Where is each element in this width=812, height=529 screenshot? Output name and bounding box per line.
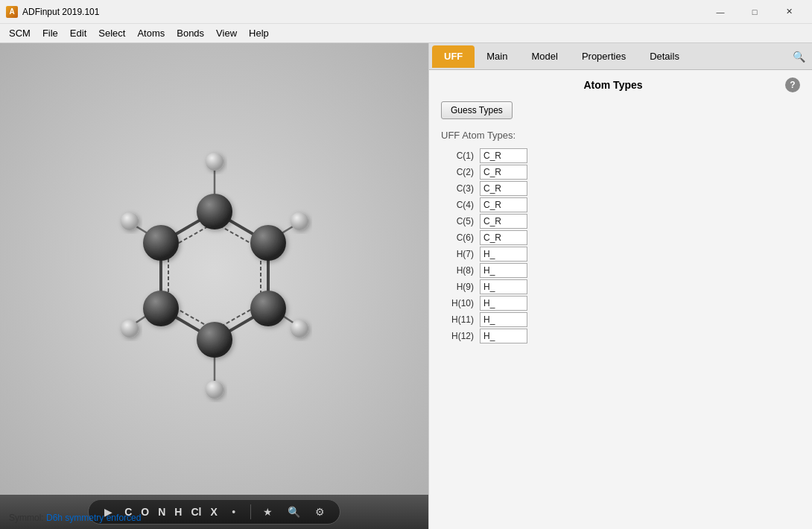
symmetry-value: D6h symmetry enforced [46, 513, 141, 523]
atom-type-row: C(3) [443, 181, 527, 196]
app-icon: A [6, 6, 18, 18]
title-bar: A ADFinput 2019.101 — □ ✕ [0, 0, 812, 24]
atom-type-row: H(8) [443, 263, 527, 278]
search-tool[interactable]: 🔍 [285, 504, 303, 519]
star-tool[interactable]: ★ [260, 504, 276, 519]
minimize-button[interactable]: — [703, 0, 738, 24]
svg-point-21 [197, 322, 232, 358]
svg-point-23 [143, 225, 179, 261]
atom-type-input[interactable] [480, 148, 527, 163]
svg-point-26 [291, 320, 308, 338]
svg-point-28 [121, 320, 139, 338]
menu-view[interactable]: View [210, 24, 243, 42]
atom-label: C(4) [443, 197, 478, 212]
atom-type-row: H(9) [443, 279, 527, 294]
atom-label: C(5) [443, 214, 478, 229]
atom-label: H(8) [443, 263, 478, 278]
oxygen-tool[interactable]: O [141, 506, 149, 518]
nitrogen-tool[interactable]: N [158, 506, 165, 518]
atom-label: C(2) [443, 165, 478, 180]
x-tool[interactable]: X [210, 506, 217, 518]
atom-type-row: H(12) [443, 329, 527, 343]
menu-atoms[interactable]: Atoms [131, 24, 171, 42]
dot-tool[interactable]: • [226, 504, 241, 519]
atom-label: H(7) [443, 247, 478, 262]
uff-atom-types-label: UFF Atom Types: [441, 130, 800, 141]
atom-type-input[interactable] [480, 165, 527, 180]
atom-type-input[interactable] [480, 329, 527, 343]
menu-select[interactable]: Select [92, 24, 131, 42]
chlorine-tool[interactable]: Cl [191, 506, 201, 518]
atom-type-row: C(4) [443, 197, 527, 212]
settings-tool[interactable]: ⚙ [312, 504, 328, 519]
tab-properties[interactable]: Properties [570, 45, 638, 68]
atom-type-row: H(11) [443, 312, 527, 327]
atom-type-row: C(6) [443, 230, 527, 245]
atom-type-input[interactable] [480, 230, 527, 245]
atom-type-row: C(1) [443, 148, 527, 163]
molecule-canvas[interactable] [0, 43, 428, 495]
atom-type-input[interactable] [480, 263, 527, 278]
atom-label: H(12) [443, 329, 478, 343]
atom-type-input[interactable] [480, 296, 527, 311]
menu-help[interactable]: Help [243, 24, 275, 42]
toolbar: ▶ C O N H Cl X • ★ 🔍 ⚙ [0, 495, 428, 529]
atom-type-input[interactable] [480, 312, 527, 327]
atom-type-row: C(2) [443, 165, 527, 180]
atom-label: H(10) [443, 296, 478, 311]
atom-type-input[interactable] [480, 181, 527, 196]
right-content: Atom Types ? Guess Types UFF Atom Types:… [429, 70, 812, 529]
close-button[interactable]: ✕ [772, 0, 806, 24]
tab-main[interactable]: Main [475, 45, 519, 68]
atom-type-row: H(7) [443, 247, 527, 262]
symmetry-prefix: Symmol: [9, 513, 46, 523]
atom-type-input[interactable] [480, 279, 527, 294]
maximize-button[interactable]: □ [738, 0, 772, 24]
main-layout: Symmol: D6h symmetry enforced ▶ C O N H … [0, 43, 812, 529]
atom-types-table: C(1)C(2)C(3)C(4)C(5)C(6)H(7)H(8)H(9)H(10… [441, 147, 529, 345]
svg-point-27 [206, 381, 223, 399]
menu-bonds[interactable]: Bonds [171, 24, 210, 42]
guess-types-button[interactable]: Guess Types [441, 101, 513, 119]
svg-point-19 [250, 225, 286, 261]
search-button[interactable]: 🔍 [788, 46, 809, 67]
molecule-svg [66, 113, 364, 425]
tab-model[interactable]: Model [519, 45, 569, 68]
atom-label: H(9) [443, 279, 478, 294]
tab-details[interactable]: Details [638, 45, 691, 68]
atom-type-input[interactable] [480, 197, 527, 212]
section-title: Atom Types [441, 79, 785, 91]
svg-point-22 [143, 291, 179, 326]
atom-label: H(11) [443, 312, 478, 327]
menu-edit[interactable]: Edit [64, 24, 92, 42]
svg-point-20 [250, 291, 286, 326]
window-controls: — □ ✕ [703, 0, 806, 24]
atom-label: C(3) [443, 181, 478, 196]
atom-label: C(6) [443, 230, 478, 245]
menu-file[interactable]: File [37, 24, 64, 42]
menu-scm[interactable]: SCM [3, 24, 37, 42]
svg-point-25 [291, 212, 308, 230]
atom-type-input[interactable] [480, 247, 527, 262]
divider [250, 504, 251, 519]
hydrogen-tool[interactable]: H [174, 506, 182, 518]
atom-type-row: C(5) [443, 214, 527, 229]
symmetry-label: Symmol: D6h symmetry enforced [9, 513, 141, 523]
atom-type-row: H(10) [443, 296, 527, 311]
help-button[interactable]: ? [785, 77, 800, 92]
svg-point-18 [197, 194, 232, 229]
svg-point-29 [121, 212, 139, 230]
atom-label: C(1) [443, 148, 478, 163]
section-header: Atom Types ? [441, 77, 800, 92]
molecule-panel: Symmol: D6h symmetry enforced ▶ C O N H … [0, 43, 428, 529]
window-title: ADFinput 2019.101 [22, 7, 703, 17]
atom-type-input[interactable] [480, 214, 527, 229]
svg-point-24 [206, 153, 223, 171]
menu-bar: SCM File Edit Select Atoms Bonds View He… [0, 24, 812, 43]
tab-uff[interactable]: UFF [432, 45, 475, 68]
right-panel: UFF Main Model Properties Details 🔍 Atom… [428, 43, 812, 529]
tab-bar: UFF Main Model Properties Details 🔍 [429, 43, 812, 70]
